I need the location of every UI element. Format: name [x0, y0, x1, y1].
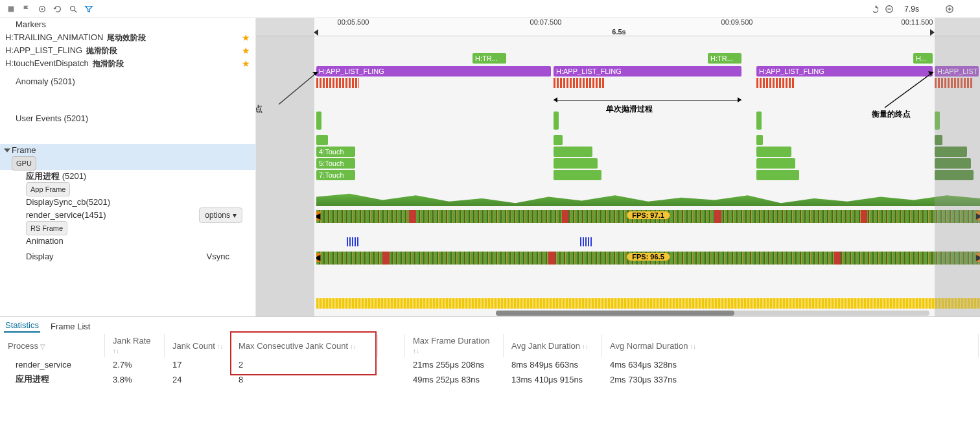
options-label: options: [205, 209, 230, 222]
anomaly-row[interactable]: Anomaly (5201): [0, 70, 255, 93]
anomaly-tick[interactable]: [554, 112, 559, 130]
frame-section[interactable]: Frame: [0, 144, 255, 157]
animation-label: Animation: [26, 235, 64, 248]
filter-icon[interactable]: [38, 341, 45, 351]
chevron-down-icon: [4, 148, 10, 152]
touch-event[interactable]: [756, 147, 791, 157]
user-event[interactable]: [554, 135, 563, 145]
display-sync-row[interactable]: DisplaySync_cb(5201): [0, 196, 255, 209]
app-proc-row[interactable]: 应用进程 (5201): [0, 170, 255, 183]
scrollbar-thumb[interactable]: [496, 311, 734, 316]
col-jank-count[interactable]: Jank Count: [166, 334, 231, 357]
search-icon[interactable]: [69, 5, 78, 14]
time-tick: 00:07.500: [530, 18, 562, 26]
rs-frame-chip[interactable]: RS Frame: [26, 221, 67, 235]
rs-fps-track[interactable]: FPS: 96.5 ◀ ▶: [316, 252, 980, 265]
touch-barcode[interactable]: [756, 78, 795, 88]
fling-block[interactable]: H:APP_LIST_FLING: [554, 66, 741, 77]
tab-frame-list[interactable]: Frame List: [49, 320, 91, 333]
stats-table: Process Jank Rate Jank Count Max Consecu…: [0, 333, 980, 388]
marker-cn: 拖滑阶段: [93, 57, 124, 70]
anomaly-tick[interactable]: [756, 112, 762, 130]
cell-jank-rate: 2.7%: [106, 359, 165, 371]
trailing-tag[interactable]: H...: [913, 53, 933, 64]
vsync-track[interactable]: [316, 298, 980, 309]
marker-row-trailing[interactable]: H:TRAILING_ANIMATION尾动效阶段★: [0, 31, 255, 44]
touch-event[interactable]: 7:Touch: [316, 170, 355, 180]
anomaly-tick[interactable]: [316, 112, 321, 130]
bottom-tabs: Statistics Frame List: [0, 317, 980, 333]
vsync-label: Vsync: [207, 250, 229, 263]
col-jank-rate[interactable]: Jank Rate: [106, 334, 165, 357]
user-events-row[interactable]: User Events (5201): [0, 93, 255, 144]
range-arrow-left-icon: [314, 29, 318, 36]
col-avg-jank[interactable]: Avg Jank Duration: [505, 334, 602, 357]
star-icon[interactable]: ★: [242, 57, 250, 70]
timeline-panel[interactable]: 00:05.500 00:07.500 00:09.500 00:11.500 …: [256, 18, 980, 316]
refresh-icon[interactable]: [53, 5, 62, 14]
time-header[interactable]: 00:05.500 00:07.500 00:09.500 00:11.500 …: [256, 18, 980, 36]
stop-icon[interactable]: [6, 5, 16, 14]
anno-end: 衡量的终点: [872, 109, 911, 120]
flag-icon[interactable]: [22, 5, 31, 14]
markers-header[interactable]: Markers: [0, 18, 255, 31]
table-row[interactable]: 应用进程 3.8% 24 8 49ms 252μs 83ns 13ms 410μ…: [1, 372, 979, 386]
target-icon[interactable]: [38, 5, 47, 14]
fling-block[interactable]: H:APP_LIST_FLING: [316, 66, 551, 77]
frame-label: Frame: [12, 144, 36, 157]
marker-row-touch[interactable]: H:touchEventDispatch拖滑阶段★: [0, 57, 255, 70]
render-service-row[interactable]: render_service(1451)options ▾: [0, 209, 255, 222]
cell-avg-norm: 4ms 634μs 328ns: [603, 359, 979, 371]
marker-row-fling[interactable]: H:APP_LIST_FLING抛滑阶段★: [0, 44, 255, 57]
trailing-tag[interactable]: H:TR...: [472, 53, 506, 64]
cell-jank-count: 24: [166, 372, 231, 386]
cell-process: render_service: [1, 359, 105, 371]
fps-label: FPS: 97.1: [627, 211, 670, 219]
app-frame-chip-row: App Frame: [0, 183, 255, 196]
cell-avg-jank: 13ms 410μs 915ns: [505, 372, 602, 386]
filter-icon[interactable]: [84, 5, 93, 14]
trailing-tag[interactable]: H:TR...: [708, 53, 741, 64]
options-button[interactable]: options ▾: [199, 207, 242, 223]
marker-cn: 尾动效阶段: [107, 31, 146, 44]
table-row[interactable]: render_service 2.7% 17 2 21ms 255μs 208n…: [1, 359, 979, 371]
star-icon[interactable]: ★: [242, 44, 250, 57]
user-event[interactable]: [316, 135, 328, 145]
display-sync-label: DisplaySync_cb(5201): [26, 196, 110, 209]
fps-label: FPS: 96.5: [627, 253, 670, 261]
gpu-row[interactable]: GPU: [0, 157, 255, 170]
app-fps-track[interactable]: FPS: 97.1 ◀ ▶: [316, 210, 980, 223]
tab-statistics[interactable]: Statistics: [4, 319, 40, 333]
timeline-body: H:TR... H:TR... H... H:APP_LIST_FLING H:…: [256, 36, 980, 316]
animation-row[interactable]: Animation: [0, 235, 255, 248]
touch-event[interactable]: [756, 170, 799, 180]
rs-frame-chip-row: RS Frame: [0, 222, 255, 235]
zoom-in-icon[interactable]: [945, 5, 954, 14]
star-icon[interactable]: ★: [242, 31, 250, 44]
col-avg-norm[interactable]: Avg Normal Duration: [603, 334, 979, 357]
displaysync-tick[interactable]: [347, 237, 360, 246]
touch-event[interactable]: [554, 170, 601, 180]
col-max-cons-jank[interactable]: Max Consecutive Jank Count: [232, 334, 378, 357]
touch-event[interactable]: [554, 147, 592, 157]
markers-label: Markers: [16, 18, 46, 31]
undo-icon[interactable]: [869, 5, 878, 14]
col-process[interactable]: Process: [1, 334, 105, 357]
displaysync-tick[interactable]: [580, 237, 592, 246]
anomaly-label: Anomaly (5201): [16, 75, 75, 88]
range-arrow-right-icon: [930, 29, 935, 36]
zoom-out-icon[interactable]: [885, 5, 894, 14]
touch-event[interactable]: 4:Touch: [316, 147, 355, 157]
col-lbl: Process: [8, 341, 38, 351]
touch-event[interactable]: 5:Touch: [316, 158, 355, 169]
col-max-dur[interactable]: Max Frame Duration: [406, 334, 504, 357]
user-event[interactable]: [756, 135, 763, 145]
gpu-wave[interactable]: [316, 191, 980, 206]
cell-max-cons: 8: [232, 372, 378, 386]
touch-barcode[interactable]: [554, 78, 604, 88]
app-frame-chip[interactable]: App Frame: [26, 182, 70, 196]
display-row[interactable]: DisplayVsync: [0, 248, 255, 266]
touch-event[interactable]: [554, 158, 598, 169]
horizontal-scrollbar[interactable]: [496, 311, 929, 316]
touch-event[interactable]: [756, 158, 795, 169]
